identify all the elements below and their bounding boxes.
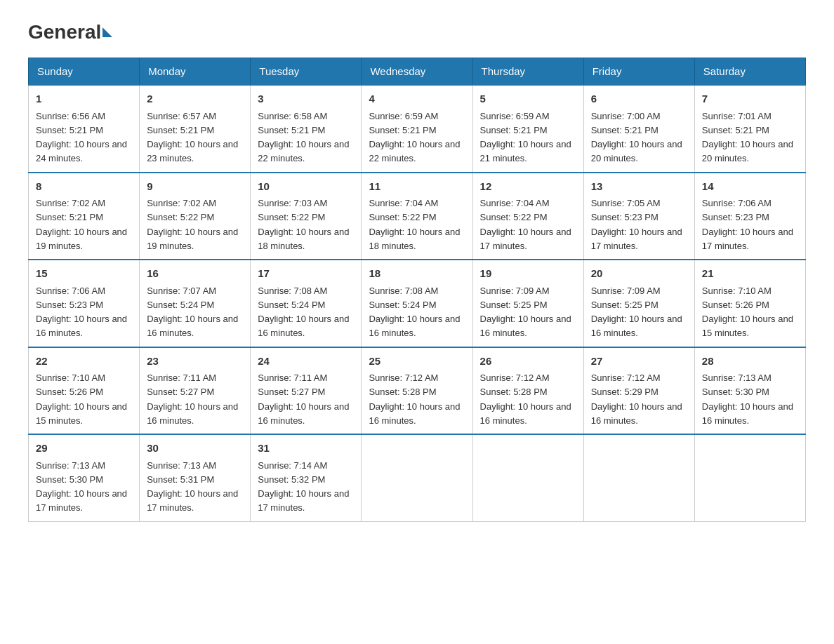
day-info: Sunrise: 7:13 AMSunset: 5:31 PMDaylight:…	[147, 460, 238, 514]
day-info: Sunrise: 7:06 AMSunset: 5:23 PMDaylight:…	[36, 286, 127, 339]
header-thursday: Thursday	[472, 58, 583, 86]
logo: General	[28, 21, 112, 43]
day-number: 19	[480, 266, 576, 282]
day-info: Sunrise: 7:09 AMSunset: 5:25 PMDaylight:…	[591, 286, 682, 339]
day-info: Sunrise: 7:11 AMSunset: 5:27 PMDaylight:…	[147, 373, 238, 426]
week-row-3: 15Sunrise: 7:06 AMSunset: 5:23 PMDayligh…	[29, 260, 806, 347]
header-sunday: Sunday	[29, 58, 140, 86]
calendar-cell: 2Sunrise: 6:57 AMSunset: 5:21 PMDaylight…	[140, 85, 251, 173]
day-info: Sunrise: 7:13 AMSunset: 5:30 PMDaylight:…	[36, 460, 127, 514]
day-number: 24	[258, 354, 354, 370]
calendar-cell: 14Sunrise: 7:06 AMSunset: 5:23 PMDayligh…	[694, 173, 805, 260]
logo-general-text: General	[28, 21, 101, 43]
day-info: Sunrise: 7:12 AMSunset: 5:28 PMDaylight:…	[480, 373, 571, 426]
calendar-cell: 6Sunrise: 7:00 AMSunset: 5:21 PMDaylight…	[583, 85, 694, 173]
day-number: 27	[591, 354, 687, 370]
day-number: 9	[147, 179, 243, 195]
logo-text: General	[28, 21, 112, 43]
day-number: 7	[702, 91, 798, 107]
day-info: Sunrise: 7:10 AMSunset: 5:26 PMDaylight:…	[36, 373, 127, 426]
calendar-cell: 29Sunrise: 7:13 AMSunset: 5:30 PMDayligh…	[29, 434, 140, 521]
day-number: 15	[36, 266, 132, 282]
calendar-cell: 28Sunrise: 7:13 AMSunset: 5:30 PMDayligh…	[694, 347, 805, 435]
header-saturday: Saturday	[694, 58, 805, 86]
day-info: Sunrise: 7:13 AMSunset: 5:30 PMDaylight:…	[702, 373, 793, 426]
day-number: 3	[258, 91, 354, 107]
day-number: 5	[480, 91, 576, 107]
day-number: 13	[591, 179, 687, 195]
calendar-cell: 17Sunrise: 7:08 AMSunset: 5:24 PMDayligh…	[251, 260, 362, 347]
calendar-cell: 26Sunrise: 7:12 AMSunset: 5:28 PMDayligh…	[472, 347, 583, 435]
day-info: Sunrise: 7:12 AMSunset: 5:29 PMDaylight:…	[591, 373, 682, 426]
calendar-cell: 12Sunrise: 7:04 AMSunset: 5:22 PMDayligh…	[472, 173, 583, 260]
day-number: 22	[36, 354, 132, 370]
calendar-cell: 5Sunrise: 6:59 AMSunset: 5:21 PMDaylight…	[472, 85, 583, 173]
day-number: 26	[480, 354, 576, 370]
day-number: 10	[258, 179, 354, 195]
day-number: 25	[369, 354, 465, 370]
day-number: 31	[258, 441, 354, 457]
day-number: 4	[369, 91, 465, 107]
day-number: 8	[36, 179, 132, 195]
calendar-cell: 25Sunrise: 7:12 AMSunset: 5:28 PMDayligh…	[362, 347, 472, 435]
header-tuesday: Tuesday	[251, 58, 362, 86]
calendar-cell: 21Sunrise: 7:10 AMSunset: 5:26 PMDayligh…	[694, 260, 805, 347]
day-info: Sunrise: 6:56 AMSunset: 5:21 PMDaylight:…	[36, 111, 127, 164]
day-number: 1	[36, 91, 132, 107]
day-info: Sunrise: 7:00 AMSunset: 5:21 PMDaylight:…	[591, 111, 682, 164]
header-wednesday: Wednesday	[362, 58, 472, 86]
calendar-table: SundayMondayTuesdayWednesdayThursdayFrid…	[28, 58, 806, 522]
day-info: Sunrise: 6:58 AMSunset: 5:21 PMDaylight:…	[258, 111, 349, 164]
calendar-cell: 1Sunrise: 6:56 AMSunset: 5:21 PMDaylight…	[29, 85, 140, 173]
day-info: Sunrise: 7:07 AMSunset: 5:24 PMDaylight:…	[147, 286, 238, 339]
day-info: Sunrise: 7:05 AMSunset: 5:23 PMDaylight:…	[591, 198, 682, 251]
day-info: Sunrise: 7:04 AMSunset: 5:22 PMDaylight:…	[369, 198, 460, 251]
calendar-cell: 20Sunrise: 7:09 AMSunset: 5:25 PMDayligh…	[583, 260, 694, 347]
calendar-cell: 30Sunrise: 7:13 AMSunset: 5:31 PMDayligh…	[140, 434, 251, 521]
calendar-cell: 11Sunrise: 7:04 AMSunset: 5:22 PMDayligh…	[362, 173, 472, 260]
day-number: 29	[36, 441, 132, 457]
day-info: Sunrise: 7:04 AMSunset: 5:22 PMDaylight:…	[480, 198, 571, 251]
day-number: 23	[147, 354, 243, 370]
day-info: Sunrise: 7:02 AMSunset: 5:22 PMDaylight:…	[147, 198, 238, 251]
week-row-4: 22Sunrise: 7:10 AMSunset: 5:26 PMDayligh…	[29, 347, 806, 435]
calendar-cell: 8Sunrise: 7:02 AMSunset: 5:21 PMDaylight…	[29, 173, 140, 260]
calendar-cell: 18Sunrise: 7:08 AMSunset: 5:24 PMDayligh…	[362, 260, 472, 347]
calendar-cell: 22Sunrise: 7:10 AMSunset: 5:26 PMDayligh…	[29, 347, 140, 435]
calendar-cell: 24Sunrise: 7:11 AMSunset: 5:27 PMDayligh…	[251, 347, 362, 435]
day-info: Sunrise: 7:09 AMSunset: 5:25 PMDaylight:…	[480, 286, 571, 339]
header-monday: Monday	[140, 58, 251, 86]
calendar-cell	[694, 434, 805, 521]
day-number: 2	[147, 91, 243, 107]
header-friday: Friday	[583, 58, 694, 86]
day-info: Sunrise: 7:11 AMSunset: 5:27 PMDaylight:…	[258, 373, 349, 426]
day-info: Sunrise: 6:59 AMSunset: 5:21 PMDaylight:…	[480, 111, 571, 164]
day-number: 28	[702, 354, 798, 370]
page-header: General	[28, 21, 806, 43]
day-number: 17	[258, 266, 354, 282]
calendar-cell: 16Sunrise: 7:07 AMSunset: 5:24 PMDayligh…	[140, 260, 251, 347]
week-row-1: 1Sunrise: 6:56 AMSunset: 5:21 PMDaylight…	[29, 85, 806, 173]
calendar-cell: 27Sunrise: 7:12 AMSunset: 5:29 PMDayligh…	[583, 347, 694, 435]
calendar-cell: 19Sunrise: 7:09 AMSunset: 5:25 PMDayligh…	[472, 260, 583, 347]
day-number: 21	[702, 266, 798, 282]
calendar-cell: 15Sunrise: 7:06 AMSunset: 5:23 PMDayligh…	[29, 260, 140, 347]
day-info: Sunrise: 7:10 AMSunset: 5:26 PMDaylight:…	[702, 286, 793, 339]
day-info: Sunrise: 7:12 AMSunset: 5:28 PMDaylight:…	[369, 373, 460, 426]
day-number: 11	[369, 179, 465, 195]
day-info: Sunrise: 7:02 AMSunset: 5:21 PMDaylight:…	[36, 198, 127, 251]
calendar-cell	[472, 434, 583, 521]
day-info: Sunrise: 6:59 AMSunset: 5:21 PMDaylight:…	[369, 111, 460, 164]
week-row-5: 29Sunrise: 7:13 AMSunset: 5:30 PMDayligh…	[29, 434, 806, 521]
day-info: Sunrise: 7:03 AMSunset: 5:22 PMDaylight:…	[258, 198, 349, 251]
calendar-cell: 13Sunrise: 7:05 AMSunset: 5:23 PMDayligh…	[583, 173, 694, 260]
calendar-cell: 31Sunrise: 7:14 AMSunset: 5:32 PMDayligh…	[251, 434, 362, 521]
calendar-cell: 7Sunrise: 7:01 AMSunset: 5:21 PMDaylight…	[694, 85, 805, 173]
day-info: Sunrise: 7:08 AMSunset: 5:24 PMDaylight:…	[369, 286, 460, 339]
day-number: 16	[147, 266, 243, 282]
calendar-cell	[583, 434, 694, 521]
week-row-2: 8Sunrise: 7:02 AMSunset: 5:21 PMDaylight…	[29, 173, 806, 260]
day-number: 30	[147, 441, 243, 457]
day-info: Sunrise: 6:57 AMSunset: 5:21 PMDaylight:…	[147, 111, 238, 164]
calendar-cell: 9Sunrise: 7:02 AMSunset: 5:22 PMDaylight…	[140, 173, 251, 260]
